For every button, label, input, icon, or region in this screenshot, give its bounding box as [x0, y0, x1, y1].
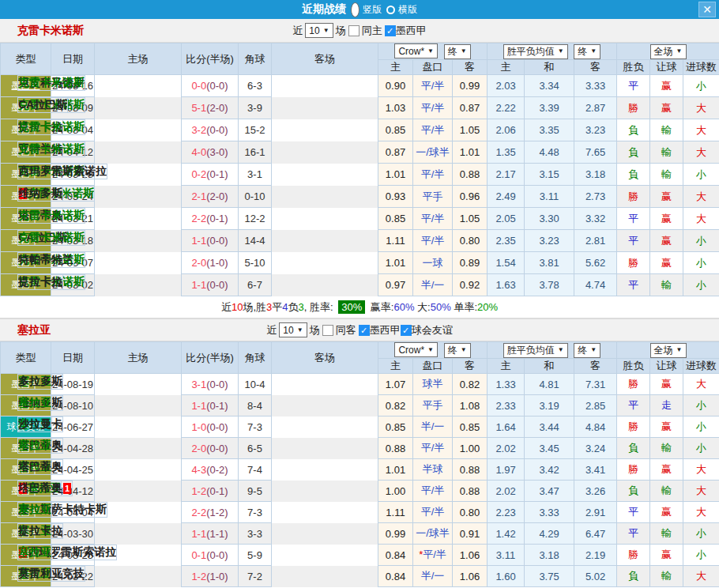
handicap-cell: 平/半: [413, 75, 453, 97]
avg-away: 4.74: [574, 274, 617, 296]
result-handicap: 輸: [650, 481, 683, 502]
corner-cell: 10-4: [239, 374, 272, 395]
away-team-name[interactable]: 沙拉曼卡: [18, 417, 62, 430]
matches-table: 类型 日期 主场 比分(半场) 角球 客场 Crow*▼ 终▼ 胜平负均值▼ 终…: [0, 43, 719, 296]
odds-away: 0.80: [453, 502, 487, 523]
handicap-value: 平/半: [421, 484, 445, 496]
odds-company-select[interactable]: Crow*▼: [394, 342, 438, 357]
league-checkbox[interactable]: ✓: [359, 325, 370, 336]
league-checkbox-label: 墨西甲: [396, 24, 427, 36]
away-team-cell: 塞拉亚: [17, 438, 52, 454]
chevron-down-icon: ▼: [676, 48, 683, 55]
odds-away: 1.05: [453, 119, 487, 141]
same-venue-checkbox[interactable]: [348, 25, 360, 36]
odds-away: 0.88: [453, 481, 487, 502]
odds-company-select[interactable]: Crow*▼: [394, 43, 438, 58]
away-team-name[interactable]: 克雷卡米诺斯: [18, 231, 85, 243]
away-team-name[interactable]: 塔巴蒂奥: [18, 481, 62, 494]
summary-part: 3: [299, 301, 304, 313]
away-team-name[interactable]: 塞拉亚: [18, 396, 51, 409]
sub-wdl-draw: 和: [525, 60, 574, 75]
result-goals: 大: [683, 566, 719, 587]
handicap-cell: 一球: [413, 252, 453, 274]
away-team-name[interactable]: 克雷卡米诺斯: [18, 76, 85, 89]
halftime-score: (3-0): [206, 146, 228, 158]
odds-away: 1.05: [453, 208, 487, 230]
odds-home: 1.07: [378, 374, 413, 395]
away-team-cell: 塔巴蒂奥1: [17, 481, 73, 496]
away-team-name[interactable]: 提拉卡拉: [18, 275, 62, 288]
away-team-name[interactable]: 塔巴蒂奥: [18, 460, 62, 473]
col-away: 客场: [272, 342, 378, 374]
away-team-name[interactable]: 提拉卡拉: [18, 524, 62, 537]
result-wdl: 平: [617, 523, 650, 545]
odds-time-select[interactable]: 终▼: [444, 343, 471, 358]
wdl-time-select[interactable]: 终▼: [574, 44, 600, 59]
avg-away: 4.84: [574, 416, 617, 438]
close-button[interactable]: ✕: [698, 2, 716, 17]
corner-cell: 16-1: [239, 141, 272, 164]
league-checkbox[interactable]: ✓: [401, 325, 412, 336]
odds-home: 0.85: [378, 208, 413, 230]
sub-let-ball: 让球: [650, 359, 683, 374]
avg-away: 2.73: [574, 186, 617, 208]
away-team-name[interactable]: CA拉巴斯: [18, 98, 67, 111]
avg-draw: 3.47: [525, 481, 574, 502]
avg-home: 1.97: [487, 459, 525, 481]
away-team-name[interactable]: 塞拉亚: [18, 503, 51, 515]
sub-result: 胜负: [617, 359, 650, 374]
away-team-name[interactable]: 克雷卡米诺斯: [18, 120, 85, 133]
odds-home: 1.03: [378, 97, 413, 119]
league-checkbox[interactable]: ✓: [385, 25, 396, 36]
away-team-name[interactable]: 克雷卡米诺斯: [18, 142, 85, 155]
result-wdl: 負: [617, 438, 650, 459]
halftime-score: (0-0): [206, 80, 228, 92]
result-wdl: 平: [617, 274, 650, 296]
result-wdl: 勝: [617, 374, 650, 395]
away-team-name[interactable]: 多拉多斯: [18, 375, 62, 387]
wdl-source-select[interactable]: 胜平负均值▼: [503, 44, 568, 59]
wdl-source-select[interactable]: 胜平负均值▼: [503, 343, 568, 358]
away-team-name[interactable]: 维纳多斯: [18, 187, 62, 199]
avg-draw: 3.78: [525, 274, 574, 296]
away-team-name[interactable]: 特帕蒂特兰: [18, 253, 73, 266]
layout-radio-horizontal[interactable]: 横版: [386, 3, 417, 17]
chevron-down-icon: ▼: [676, 347, 683, 353]
result-handicap: 赢: [650, 252, 683, 274]
odds-away: 0.99: [453, 75, 487, 97]
layout-radio-vertical[interactable]: 竖版: [351, 2, 382, 17]
wdl-time-select[interactable]: 终▼: [574, 343, 600, 358]
odds-time-select[interactable]: 终▼: [444, 44, 471, 59]
corner-cell: 3-3: [239, 523, 272, 545]
avg-home: 1.63: [487, 274, 525, 296]
away-team-name[interactable]: 莫雷利亚竞技: [18, 567, 85, 579]
odds-time-value: 终: [448, 45, 457, 58]
fulltime-select[interactable]: 全场▼: [650, 343, 687, 358]
games-count-select[interactable]: 10▼: [279, 322, 307, 337]
chevron-down-icon: ▼: [590, 347, 597, 353]
handicap-value: 半/一: [421, 420, 445, 432]
away-team-cell: 克雷卡米诺斯: [17, 141, 85, 157]
away-team-name[interactable]: 克雷卡米诺斯: [18, 209, 85, 221]
same-venue-checkbox[interactable]: [322, 325, 333, 336]
odds-home: 1.01: [378, 459, 413, 481]
odds-away: 0.82: [453, 374, 487, 395]
table-row: 墨西甲24-03-07克雷卡米诺斯2-0(1-0)5-10特帕蒂特兰1.01一球…: [1, 252, 719, 274]
away-team-name[interactable]: 塞拉亚: [18, 545, 51, 558]
table-row: 墨西甲24-04-04麦拉斯萨卡特卡斯2-2(1-2)7-3塞拉亚1.11平/半…: [1, 502, 719, 523]
fulltime-select[interactable]: 全场▼: [650, 44, 687, 59]
radio-selected-icon[interactable]: [351, 2, 360, 17]
corner-cell: 6-3: [239, 75, 272, 97]
table-row: 墨西甲24-03-02克雷卡米诺斯1-1(0-0)6-7提拉卡拉0.97半/一0…: [1, 274, 719, 296]
fulltime-score: 1-1: [191, 279, 206, 291]
result-handicap: 赢: [650, 186, 683, 208]
sub-odds-away: 客: [453, 60, 487, 75]
away-team-name[interactable]: 塞拉亚: [18, 439, 51, 451]
table-row: 墨西甲24-08-16坦皮科马德罗0-0(0-0)6-3克雷卡米诺斯0.90平/…: [1, 75, 719, 97]
corner-cell: 8-4: [239, 395, 272, 416]
away-team-name[interactable]: 西玛罗雷斯索诺拉: [18, 164, 107, 177]
table-row: 墨西甲24-03-18CA拉巴斯1-1(0-0)14-4克雷卡米诺斯1.11平/…: [1, 230, 719, 252]
radio-unselected-icon[interactable]: [386, 6, 395, 14]
away-team-cell: 莫雷利亚竞技: [17, 566, 85, 582]
games-count-select[interactable]: 10▼: [305, 23, 333, 38]
